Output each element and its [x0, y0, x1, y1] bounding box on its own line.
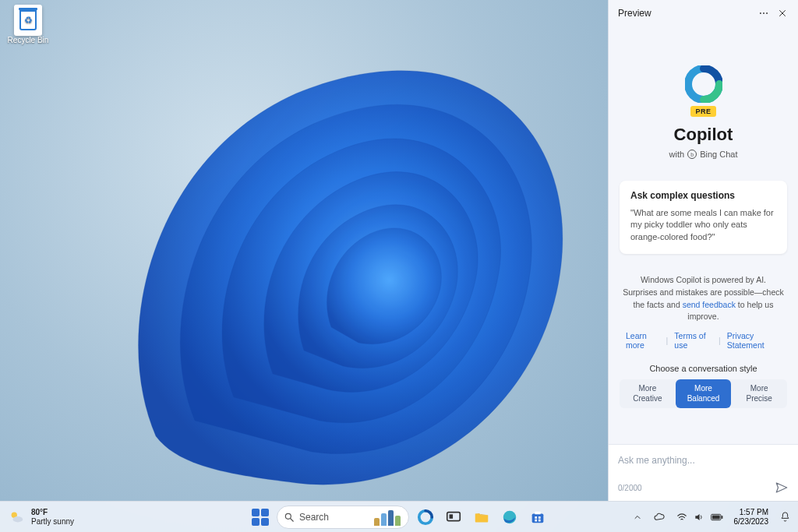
copilot-taskbar-button[interactable] — [414, 506, 437, 529]
svg-rect-11 — [535, 511, 540, 514]
send-feedback-link[interactable]: send feedback — [683, 300, 736, 309]
weather-text: 80°F Partly sunny — [31, 508, 74, 526]
task-view-icon — [445, 509, 462, 526]
svg-rect-13 — [538, 516, 541, 519]
copilot-header: Preview — [609, 0, 798, 26]
weather-icon — [8, 509, 25, 526]
taskbar: 80°F Partly sunny Search — [0, 501, 798, 532]
store-button[interactable] — [526, 506, 549, 529]
volume-icon — [694, 512, 704, 523]
task-view-button[interactable] — [442, 506, 465, 529]
char-counter: 0/2000 — [618, 484, 642, 492]
svg-point-1 — [763, 12, 764, 14]
style-label-line2: Precise — [731, 394, 787, 404]
style-label-line2: Balanced — [676, 394, 732, 404]
more-options-button[interactable] — [754, 4, 773, 23]
onedrive-tray[interactable] — [648, 506, 670, 529]
copilot-body: PRE Copilot with b Bing Chat Ask complex… — [609, 26, 798, 444]
svg-rect-17 — [721, 516, 722, 519]
svg-point-5 — [285, 513, 291, 519]
store-icon — [529, 509, 546, 526]
edge-button[interactable] — [498, 506, 521, 529]
search-placeholder: Search — [299, 512, 329, 523]
clock-time: 1:57 PM — [734, 508, 769, 517]
svg-rect-15 — [538, 519, 541, 521]
send-icon[interactable] — [775, 481, 789, 495]
clock-date: 6/23/2023 — [734, 517, 769, 527]
style-balanced[interactable]: More Balanced — [676, 379, 732, 408]
battery-icon — [711, 513, 723, 522]
windows-logo-icon — [252, 509, 269, 526]
example-card-text: "What are some meals I can make for my p… — [630, 207, 776, 243]
system-tray[interactable] — [672, 506, 728, 529]
cloud-icon — [653, 511, 666, 523]
copilot-header-title: Preview — [615, 8, 754, 19]
disclaimer-text: Windows Copilot is powered by AI. Surpri… — [620, 274, 787, 323]
copilot-icon — [417, 509, 434, 526]
clock[interactable]: 1:57 PM 6/23/2023 — [729, 508, 774, 526]
recycle-bin-icon[interactable]: ♻ Recycle Bin — [5, 5, 51, 44]
style-label-line1: More — [731, 384, 787, 394]
learn-more-link[interactable]: Learn more — [620, 331, 666, 350]
taskbar-right: 1:57 PM 6/23/2023 — [628, 502, 799, 532]
style-creative[interactable]: More Creative — [620, 379, 676, 408]
weather-condition: Partly sunny — [31, 517, 74, 527]
taskbar-center: Search — [249, 502, 549, 532]
pre-badge: PRE — [690, 106, 715, 117]
search-illustration — [374, 509, 405, 526]
svg-rect-7 — [447, 512, 461, 520]
edge-icon — [501, 509, 518, 526]
info-links: Learn more | Terms of use | Privacy Stat… — [620, 331, 787, 350]
weather-temp: 80°F — [31, 508, 74, 517]
style-label-line2: Creative — [620, 394, 676, 404]
svg-line-6 — [291, 518, 294, 521]
close-button[interactable] — [773, 4, 792, 23]
copilot-title: Copilot — [674, 125, 733, 145]
search-box[interactable]: Search — [277, 506, 409, 529]
desktop: ♻ Recycle Bin Preview PRE Copilot with — [0, 0, 798, 532]
svg-rect-10 — [532, 513, 544, 523]
example-card-title: Ask complex questions — [630, 190, 776, 201]
wallpaper-bloom — [62, 0, 608, 499]
bell-icon — [779, 511, 791, 523]
style-label-line1: More — [676, 384, 732, 394]
style-precise[interactable]: More Precise — [731, 379, 787, 408]
svg-point-2 — [766, 12, 768, 14]
copilot-panel: Preview PRE Copilot with b Bing Chat — [608, 0, 798, 501]
more-icon — [758, 8, 769, 19]
start-button[interactable] — [249, 506, 272, 529]
svg-rect-14 — [535, 519, 537, 521]
svg-rect-8 — [450, 514, 454, 519]
style-heading: Choose a conversation style — [649, 364, 757, 373]
bing-icon: b — [687, 150, 697, 159]
recycle-bin-glyph: ♻ — [14, 5, 42, 36]
copilot-logo-icon — [685, 65, 722, 103]
wifi-icon — [676, 512, 687, 523]
svg-point-0 — [760, 12, 761, 14]
file-explorer-button[interactable] — [470, 506, 493, 529]
search-icon — [284, 512, 295, 523]
folder-icon — [473, 509, 490, 526]
recycle-bin-label: Recycle Bin — [8, 36, 49, 44]
terms-link[interactable]: Terms of use — [668, 331, 719, 350]
privacy-link[interactable]: Privacy Statement — [721, 331, 787, 350]
chat-input-area: 0/2000 — [609, 444, 798, 501]
with-service: Bing Chat — [700, 150, 737, 159]
tray-overflow[interactable] — [628, 506, 647, 529]
style-label-line1: More — [620, 384, 676, 394]
with-prefix: with — [669, 150, 685, 159]
chat-input[interactable] — [618, 455, 789, 466]
weather-widget[interactable]: 80°F Partly sunny — [0, 502, 82, 532]
chevron-up-icon — [633, 513, 642, 522]
close-icon — [778, 9, 787, 18]
svg-point-4 — [12, 516, 23, 522]
example-card[interactable]: Ask complex questions "What are some mea… — [620, 181, 787, 254]
svg-rect-12 — [535, 516, 537, 519]
notifications-button[interactable] — [775, 506, 795, 529]
copilot-subtitle: with b Bing Chat — [669, 150, 738, 159]
svg-rect-18 — [711, 515, 719, 519]
style-selector: More Creative More Balanced More Precise — [620, 379, 787, 408]
